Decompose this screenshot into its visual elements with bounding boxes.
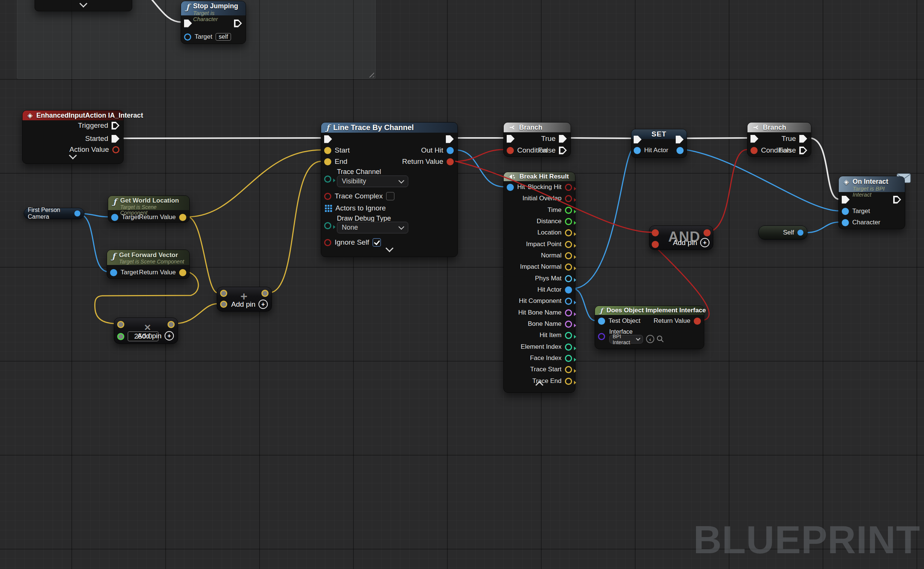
condition-pin[interactable]	[507, 147, 514, 154]
impact-point-pin[interactable]	[565, 241, 572, 248]
time-pin[interactable]	[565, 207, 572, 214]
blueprint-graph-canvas[interactable]: ƒ Stop Jumping Target is Character Targe…	[0, 0, 924, 569]
node-branch-1[interactable]: Branch True Condition False	[503, 122, 571, 157]
true-exec-pin[interactable]	[799, 135, 807, 143]
node-get-world-location[interactable]: ƒ Get World Location Target is Scene Com…	[108, 195, 190, 222]
hit-actor-pin[interactable]	[565, 286, 572, 294]
node-and[interactable]: AND Add pin+	[649, 225, 713, 250]
start-pin[interactable]	[324, 147, 331, 154]
target-pin[interactable]	[111, 214, 118, 221]
target-pin[interactable]	[110, 269, 117, 276]
test-object-pin[interactable]	[598, 318, 605, 325]
hit-actor-in-pin[interactable]	[634, 147, 641, 154]
add-pin-button[interactable]: Add pin+	[673, 238, 710, 247]
hit-bone-name-pin[interactable]	[565, 309, 572, 316]
node-enhanced-input-action[interactable]: ◈ EnhancedInputAction IA_Interact Trigge…	[22, 110, 124, 164]
node-break-hit-result[interactable]: Break Hit Result Hit Blocking Hit Initia…	[503, 172, 575, 393]
camera-out-pin[interactable]	[74, 210, 80, 216]
bone-name-pin[interactable]	[565, 321, 572, 328]
draw-debug-pin[interactable]	[324, 222, 331, 229]
add-in-a-pin[interactable]	[220, 290, 227, 297]
out-hit-pin[interactable]	[447, 147, 454, 154]
blocking-hit-pin[interactable]	[565, 184, 572, 191]
node-does-object-implement-interface[interactable]: ƒ Does Object Implement Interface Test O…	[595, 306, 704, 349]
trace-complex-pin[interactable]	[324, 193, 331, 200]
trace-start-pin[interactable]	[565, 366, 572, 373]
target-self-field[interactable]: self	[215, 33, 231, 41]
interface-dropdown[interactable]: BPI Interact	[609, 335, 643, 344]
node-self[interactable]: Self	[759, 225, 807, 240]
and-in-a-pin[interactable]	[652, 229, 659, 236]
initial-overlap-pin[interactable]	[565, 195, 572, 202]
trace-end-pin[interactable]	[565, 378, 572, 385]
triggered-exec-pin[interactable]	[112, 122, 120, 130]
node-branch-2[interactable]: Branch True Condition False	[747, 122, 811, 157]
add-pin-button[interactable]: Add pin+	[138, 331, 174, 341]
multiply-out-pin[interactable]	[167, 321, 174, 328]
node-add[interactable]: + Add pin+	[217, 287, 272, 312]
exec-in-pin[interactable]	[507, 135, 514, 143]
phys-mat-pin[interactable]	[565, 275, 572, 282]
element-index-pin[interactable]	[565, 344, 572, 351]
action-value-pin[interactable]	[112, 146, 120, 153]
partial-node[interactable]	[35, 0, 132, 11]
hit-item-pin[interactable]	[565, 332, 572, 339]
exec-in-pin[interactable]	[751, 135, 759, 143]
hit-actor-out-pin[interactable]	[677, 147, 684, 154]
hit-component-pin[interactable]	[565, 298, 572, 305]
array-pin-icon[interactable]	[325, 205, 332, 212]
node-multiply[interactable]: × 250.0 Add pin+	[114, 318, 178, 344]
and-in-b-pin[interactable]	[652, 241, 659, 248]
browse-back-icon[interactable]: ‹	[646, 335, 654, 343]
false-exec-pin[interactable]	[559, 146, 567, 154]
return-value-pin[interactable]	[179, 269, 186, 276]
interface-pin[interactable]	[598, 333, 605, 340]
character-pin[interactable]	[842, 219, 849, 226]
end-pin[interactable]	[324, 158, 331, 165]
started-exec-pin[interactable]	[112, 135, 120, 143]
node-stop-jumping[interactable]: ƒ Stop Jumping Target is Character Targe…	[181, 1, 246, 44]
return-value-pin[interactable]	[179, 214, 186, 221]
exec-out-pin[interactable]	[676, 136, 684, 143]
node-get-forward-vector[interactable]: ƒ Get Forward Vector Target is Scene Com…	[107, 250, 190, 279]
ignore-self-checkbox[interactable]	[373, 238, 381, 246]
face-index-pin[interactable]	[565, 355, 572, 362]
trace-complex-checkbox[interactable]	[386, 192, 394, 200]
hit-pin[interactable]	[507, 184, 514, 191]
add-out-pin[interactable]	[261, 290, 269, 297]
exec-out-pin[interactable]	[446, 135, 454, 143]
exec-in-pin[interactable]	[842, 196, 850, 204]
exec-in-pin[interactable]	[634, 136, 642, 143]
search-icon[interactable]	[657, 335, 664, 343]
ignore-self-pin[interactable]	[324, 239, 331, 246]
node-first-person-camera[interactable]: First Person Camera	[24, 208, 85, 219]
trace-channel-pin[interactable]	[324, 175, 331, 183]
collapse-chevron-icon[interactable]	[537, 382, 542, 389]
draw-debug-dropdown[interactable]: None	[337, 222, 408, 233]
self-out-pin[interactable]	[797, 230, 803, 236]
location-pin[interactable]	[565, 229, 572, 236]
comment-resize-handle[interactable]	[367, 71, 374, 78]
collapse-chevron-icon[interactable]	[387, 245, 392, 253]
false-exec-pin[interactable]	[799, 146, 807, 154]
true-exec-pin[interactable]	[559, 135, 567, 143]
return-value-pin[interactable]	[694, 318, 701, 325]
trace-channel-dropdown[interactable]: Visibility	[337, 175, 408, 187]
exec-out-pin[interactable]	[234, 20, 242, 27]
multiply-in-b-pin[interactable]	[117, 333, 124, 340]
return-value-pin[interactable]	[447, 158, 454, 165]
normal-pin[interactable]	[565, 252, 572, 259]
distance-pin[interactable]	[565, 218, 572, 225]
impact-normal-pin[interactable]	[565, 263, 572, 271]
node-line-trace-by-channel[interactable]: ƒ Line Trace By Channel Start End Out Hi…	[321, 122, 458, 257]
target-pin[interactable]	[842, 208, 849, 215]
collapse-chevron-icon[interactable]	[81, 1, 86, 8]
exec-in-pin[interactable]	[324, 135, 332, 143]
node-on-interact[interactable]: ◈ On Interact Target is BPI Interact Tar…	[838, 176, 905, 229]
collapse-chevron-icon[interactable]	[70, 152, 76, 160]
exec-out-pin[interactable]	[893, 196, 901, 204]
node-set-hit-actor[interactable]: SET Hit Actor	[631, 129, 687, 158]
target-pin[interactable]	[184, 33, 191, 41]
exec-in-pin[interactable]	[184, 20, 192, 27]
condition-pin[interactable]	[751, 147, 758, 154]
